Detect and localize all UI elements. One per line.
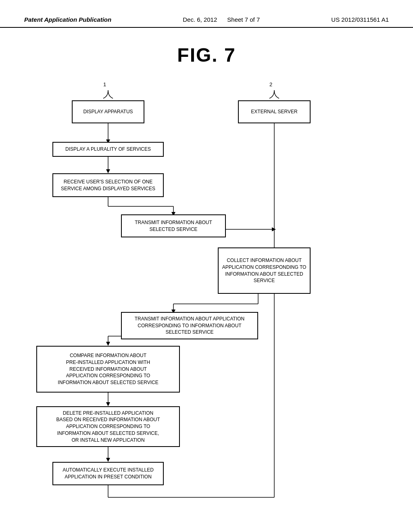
compare-info-box: COMPARE INFORMATION ABOUT PRE-INSTALLED … [36, 346, 180, 393]
diagram-container: 1 2 DISPLAY APPARATUS EXTERNAL SERVER DI… [0, 78, 413, 522]
svg-marker-3 [106, 169, 110, 173]
transmit-selected-service-box: TRANSMIT INFORMATION ABOUT SELECTED SERV… [121, 214, 226, 237]
publication-label: Patent Application Publication [24, 16, 111, 23]
transmit-app-info-box: TRANSMIT INFORMATION ABOUT APPLICATION C… [121, 312, 258, 339]
sheet-label: Sheet 7 of 7 [227, 16, 260, 23]
svg-marker-17 [106, 342, 110, 346]
figure-title: FIG. 7 [0, 44, 413, 66]
svg-marker-19 [106, 402, 110, 406]
auto-execute-box: AUTOMATICALLY EXECUTE INSTALLED APPLICAT… [52, 462, 164, 485]
patent-number-label: US 2012/0311561 A1 [331, 16, 389, 23]
svg-marker-21 [106, 458, 110, 462]
delete-install-box: DELETE PRE-INSTALLED APPLICATION BASED O… [36, 406, 180, 447]
page-header: Patent Application Publication Dec. 6, 2… [0, 0, 413, 28]
node-1-label: 1 [103, 81, 106, 87]
display-apparatus-box: DISPLAY APPARATUS [72, 100, 144, 123]
collect-info-box: COLLECT INFORMATION ABOUT APPLICATION CO… [218, 247, 311, 294]
receive-selection-box: RECEIVE USER'S SELECTION OF ONE SERVICE … [52, 173, 164, 197]
external-server-box: EXTERNAL SERVER [238, 100, 311, 123]
date-sheet-label: Dec. 6, 2012 Sheet 7 of 7 [183, 16, 260, 23]
date-label: Dec. 6, 2012 [183, 16, 217, 23]
display-services-box: DISPLAY A PLURALITY OF SERVICES [52, 142, 164, 157]
node-2-label: 2 [269, 81, 272, 87]
svg-marker-9 [272, 227, 276, 231]
